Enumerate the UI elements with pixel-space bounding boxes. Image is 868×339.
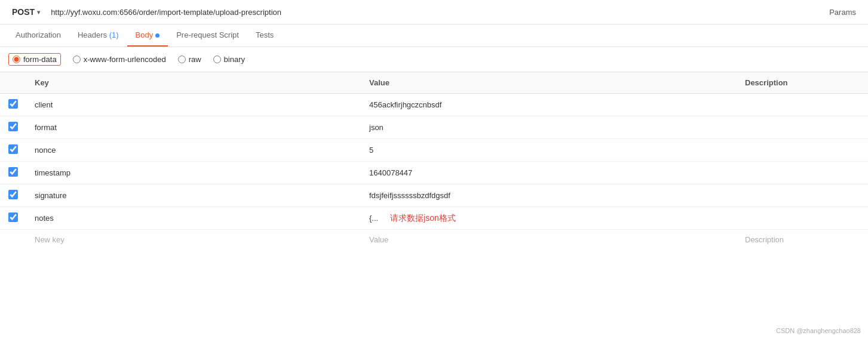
table-row: signature fdsjfeifjssssssbzdfdgsdf — [0, 184, 868, 207]
row-annotation: 请求数据json格式 — [390, 213, 456, 223]
table-row: client 456ackfirjhgczcnbsdf — [0, 94, 868, 116]
row-value: fdsjfeifjssssssbzdfdgsdf — [361, 184, 737, 207]
top-bar: POST ▾ Params — [0, 0, 868, 24]
row-checkbox[interactable] — [8, 99, 18, 109]
row-checkbox[interactable] — [8, 190, 18, 199]
new-row-checkbox-cell — [0, 230, 26, 250]
table-row: format json — [0, 116, 868, 139]
row-value: 1640078447 — [361, 162, 737, 184]
tab-tests-label: Tests — [256, 30, 274, 39]
row-value: 456ackfirjhgczcnbsdf — [361, 94, 737, 116]
row-checkbox[interactable] — [8, 167, 18, 177]
row-checkbox-cell[interactable] — [0, 162, 26, 184]
radio-x-www[interactable] — [73, 56, 81, 63]
new-key-row: New key Value Description — [0, 230, 868, 250]
row-description — [737, 184, 868, 207]
col-value: Value — [361, 72, 737, 94]
row-checkbox-cell[interactable] — [0, 207, 26, 230]
radio-form-data[interactable] — [13, 56, 20, 63]
row-description — [737, 162, 868, 184]
row-checkbox-cell[interactable] — [0, 116, 26, 139]
tab-body-label: Body — [136, 30, 154, 39]
url-input[interactable] — [51, 5, 818, 19]
row-description — [737, 94, 868, 116]
row-value: 5 — [361, 139, 737, 162]
body-dot — [155, 33, 160, 38]
row-checkbox-cell[interactable] — [0, 139, 26, 162]
tab-authorization[interactable]: Authorization — [7, 24, 69, 47]
new-row-value[interactable]: Value — [361, 230, 737, 250]
body-type-x-www[interactable]: x-www-form-urlencoded — [73, 55, 166, 64]
params-table: Key Value Description client 456ackfirjh… — [0, 72, 868, 249]
row-checkbox[interactable] — [8, 144, 18, 154]
row-key: signature — [26, 184, 361, 207]
row-checkbox-cell[interactable] — [0, 184, 26, 207]
row-checkbox-cell[interactable] — [0, 94, 26, 116]
tabs-bar: Authorization Headers (1) Body Pre-reque… — [0, 24, 868, 47]
method-button[interactable]: POST ▾ — [7, 5, 45, 19]
tab-pre-request-script[interactable]: Pre-request Script — [168, 24, 247, 47]
radio-raw[interactable] — [178, 56, 186, 63]
table-row: timestamp 1640078447 — [0, 162, 868, 184]
row-checkbox[interactable] — [8, 212, 18, 222]
table-header-row: Key Value Description — [0, 72, 868, 94]
method-chevron: ▾ — [37, 9, 40, 16]
row-checkbox[interactable] — [8, 122, 18, 131]
col-key: Key — [26, 72, 361, 94]
x-www-label: x-www-form-urlencoded — [84, 55, 166, 64]
table-row: nonce 5 — [0, 139, 868, 162]
row-key: client — [26, 94, 361, 116]
tab-headers[interactable]: Headers (1) — [69, 24, 127, 47]
binary-label: binary — [224, 55, 245, 64]
row-key: timestamp — [26, 162, 361, 184]
new-row-description[interactable]: Description — [737, 230, 868, 250]
row-description — [737, 139, 868, 162]
col-description: Description — [737, 72, 868, 94]
row-key: notes — [26, 207, 361, 230]
row-value: {...请求数据json格式 — [361, 207, 737, 230]
tab-body[interactable]: Body — [127, 24, 168, 47]
body-type-raw[interactable]: raw — [178, 55, 201, 64]
row-key: format — [26, 116, 361, 139]
tab-authorization-label: Authorization — [16, 30, 61, 39]
form-data-label: form-data — [23, 55, 57, 64]
row-description — [737, 116, 868, 139]
radio-binary[interactable] — [213, 56, 221, 63]
row-description — [737, 207, 868, 230]
new-row-key[interactable]: New key — [26, 230, 361, 250]
params-button[interactable]: Params — [824, 5, 861, 19]
row-value: json — [361, 116, 737, 139]
table-row: notes {...请求数据json格式 — [0, 207, 868, 230]
body-type-binary[interactable]: binary — [213, 55, 245, 64]
col-checkbox — [0, 72, 26, 94]
raw-label: raw — [189, 55, 201, 64]
method-label: POST — [12, 7, 35, 17]
tab-headers-label: Headers — [78, 30, 109, 39]
headers-badge: (1) — [109, 30, 119, 39]
tab-tests[interactable]: Tests — [247, 24, 282, 47]
body-types-bar: form-data x-www-form-urlencoded raw bina… — [0, 47, 868, 72]
tab-pre-request-script-label: Pre-request Script — [176, 30, 239, 39]
row-key: nonce — [26, 139, 361, 162]
body-type-form-data[interactable]: form-data — [8, 53, 61, 66]
